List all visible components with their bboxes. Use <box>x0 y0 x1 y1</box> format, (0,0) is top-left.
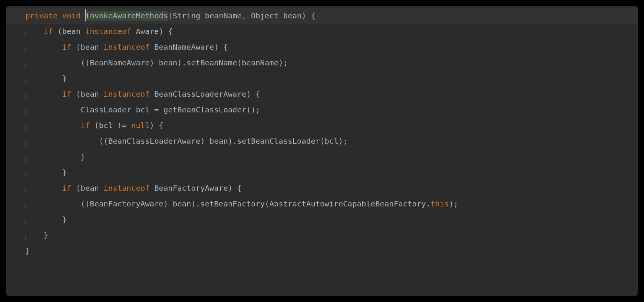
code-text: (bean <box>53 27 85 36</box>
code-line[interactable]: } <box>6 243 638 259</box>
keyword-this: this <box>431 199 449 208</box>
keyword-if: if <box>62 183 71 193</box>
signature-start: (String beanName <box>168 11 242 20</box>
code-line[interactable]: ((BeanNameAware) bean).setBeanName(beanN… <box>6 55 638 71</box>
keyword-if: if <box>62 42 71 52</box>
code-line[interactable]: if (bcl != null) { <box>6 118 638 133</box>
type-name: Aware <box>136 27 159 36</box>
code-text: ) { <box>159 27 172 36</box>
code-text: (bean <box>72 89 104 99</box>
code-line[interactable]: } <box>6 165 638 180</box>
keyword-instanceof: instanceof <box>85 27 131 36</box>
keyword-instanceof: instanceof <box>104 89 150 99</box>
code-text: ClassLoader bcl = getBeanClassLoader(); <box>81 105 260 114</box>
close-brace: } <box>25 246 30 255</box>
code-text: (bcl != <box>90 121 131 130</box>
keyword-void: void <box>62 11 80 20</box>
type-name: BeanNameAware <box>154 42 214 52</box>
code-line[interactable]: if (bean instanceof BeanClassLoaderAware… <box>6 86 638 102</box>
code-line[interactable]: if (bean instanceof Aware) { <box>6 24 638 39</box>
code-text: (bean <box>72 42 104 52</box>
close-brace: } <box>62 215 67 224</box>
type-name: BeanClassLoaderAware <box>154 89 246 99</box>
code-editor[interactable]: private void invokeAwareMethods(String b… <box>6 6 638 296</box>
code-text: ) { <box>214 42 228 52</box>
keyword-instanceof: instanceof <box>104 42 150 52</box>
code-text: ((BeanFactoryAware) bean).setBeanFactory… <box>81 199 431 208</box>
signature-end: Object bean) { <box>246 11 315 20</box>
code-line[interactable]: ((BeanClassLoaderAware) bean).setBeanCla… <box>6 133 638 149</box>
keyword-if: if <box>44 27 53 36</box>
code-text: ((BeanNameAware) bean).setBeanName(beanN… <box>81 58 288 67</box>
code-line[interactable]: if (bean instanceof BeanNameAware) { <box>6 39 638 55</box>
code-line[interactable]: } <box>6 227 638 243</box>
code-line[interactable]: if (bean instanceof BeanFactoryAware) { <box>6 180 638 196</box>
code-text: ); <box>449 199 458 208</box>
keyword-if: if <box>62 89 71 99</box>
method-name-highlight: invokeAwareMethods <box>85 11 168 21</box>
close-brace: } <box>81 152 85 161</box>
close-brace: } <box>62 168 67 177</box>
code-text: (bean <box>72 183 104 193</box>
keyword-instanceof: instanceof <box>104 183 150 193</box>
code-text: ) { <box>228 183 242 193</box>
keyword-null: null <box>131 121 150 130</box>
text-cursor <box>85 9 86 21</box>
code-line[interactable]: } <box>6 149 638 165</box>
code-line[interactable]: ClassLoader bcl = getBeanClassLoader(); <box>6 102 638 118</box>
close-brace: } <box>62 74 67 83</box>
code-line[interactable]: } <box>6 71 638 86</box>
comma: , <box>242 11 246 20</box>
code-text: ) { <box>246 89 260 99</box>
code-text: ) { <box>150 121 163 130</box>
code-line[interactable]: ((BeanFactoryAware) bean).setBeanFactory… <box>6 196 638 212</box>
code-line[interactable]: private void invokeAwareMethods(String b… <box>6 8 638 24</box>
code-text: ((BeanClassLoaderAware) bean).setBeanCla… <box>99 136 348 146</box>
keyword-if: if <box>81 121 90 130</box>
close-brace: } <box>44 231 48 240</box>
keyword-private: private <box>25 11 57 20</box>
code-line[interactable]: } <box>6 212 638 227</box>
type-name: BeanFactoryAware <box>154 183 228 193</box>
